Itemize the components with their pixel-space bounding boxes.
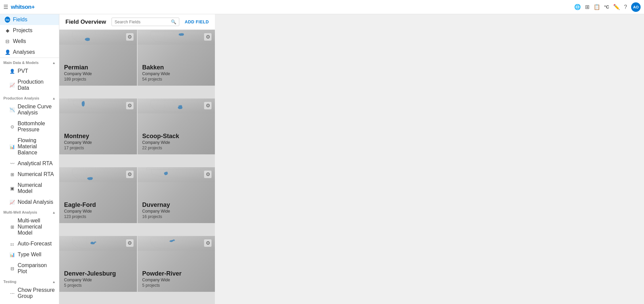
card-gear-permian[interactable]: ⚙ — [126, 33, 134, 41]
main-header: Field Overview 🔍 ADD FIELD — [59, 14, 215, 30]
field-subtitle-powder-river: Company Wide — [142, 278, 182, 282]
field-name-scoop-stack: Scoop-Stack — [142, 133, 179, 140]
sidebar-item-fields-label: Fields — [13, 17, 56, 23]
flowing-material-label: Flowing Material Balance — [18, 137, 56, 156]
topnav: ☰ whitson+ 🌐 ⊞ 📋 °C ✏️ ? AO — [0, 0, 644, 14]
field-projects-scoop-stack: 22 projects — [142, 146, 179, 150]
field-name-bakken: Bakken — [142, 64, 170, 71]
field-name-duvernay: Duvernay — [142, 201, 170, 209]
avatar[interactable]: AO — [631, 2, 641, 12]
grid-icon[interactable]: ⊞ — [585, 4, 589, 10]
sidebar-item-pvt[interactable]: 👤 PVT — [0, 66, 59, 77]
field-card-permian[interactable]: ⚙ Permian Company Wide 189 projects — [59, 30, 137, 86]
numerical-model-icon: ▣ — [9, 186, 15, 191]
map-permian — [59, 30, 137, 45]
sidebar-item-chow-pressure[interactable]: ⋯ Chow Pressure Group — [0, 285, 59, 302]
logo-text: whitson — [11, 4, 32, 10]
sidebar-item-nodal-analysis[interactable]: 📈 Nodal Analysis — [0, 197, 59, 208]
temperature-icon[interactable]: °C — [604, 4, 609, 9]
field-projects-eagle-ford: 123 projects — [64, 214, 96, 219]
sidebar-item-decline-curve[interactable]: 📉 Decline Curve Analysis — [0, 101, 59, 118]
logo-plus: + — [32, 4, 35, 10]
section-well-testing-label: Testing — [3, 280, 16, 284]
fields-icon: Go — [5, 17, 10, 22]
card-gear-denver-julesburg[interactable]: ⚙ — [126, 239, 134, 247]
sidebar-item-fields[interactable]: Go Fields — [0, 14, 59, 25]
edit-icon[interactable]: ✏️ — [613, 4, 620, 10]
field-card-scoop-stack[interactable]: ⚙ Scoop-Stack Company Wide 22 projects — [138, 99, 215, 154]
wells-icon: ⊟ — [5, 39, 10, 44]
document-icon[interactable]: 📋 — [593, 4, 600, 10]
pvt-icon: 👤 — [9, 68, 15, 74]
section-production-analysis[interactable]: Production Analysis ▲ — [0, 93, 59, 101]
card-info-eagle-ford: Eagle-Ford Company Wide 123 projects — [64, 201, 96, 219]
card-gear-montney[interactable]: ⚙ — [126, 102, 134, 109]
card-gear-duvernay[interactable]: ⚙ — [204, 171, 212, 178]
projects-icon: ◆ — [5, 28, 10, 33]
section-main-data[interactable]: Main Data & Models ▲ — [0, 58, 59, 66]
card-gear-eagle-ford[interactable]: ⚙ — [126, 171, 134, 178]
sidebar-item-projects[interactable]: ◆ Projects — [0, 25, 59, 36]
comparison-plot-label: Comparison Plot — [18, 262, 56, 275]
decline-curve-label: Decline Curve Analysis — [18, 104, 56, 116]
card-info-denver-julesburg: Denver-Julesburg Company Wide 5 projects — [64, 270, 116, 288]
field-card-montney[interactable]: ⚙ Montney Company Wide 17 projects — [59, 99, 137, 154]
section-multi-well[interactable]: Multi-Well Analysis ▲ — [0, 208, 59, 215]
field-name-denver-julesburg: Denver-Julesburg — [64, 270, 116, 277]
sidebar-item-flowing-material[interactable]: 📊 Flowing Material Balance — [0, 135, 59, 158]
card-gear-scoop-stack[interactable]: ⚙ — [204, 102, 212, 109]
flowing-material-icon: 📊 — [9, 144, 15, 149]
sidebar-item-auto-forecast[interactable]: ⚏ Auto-Forecast — [0, 238, 59, 249]
map-bakken — [138, 30, 215, 45]
sidebar-item-analytical-rta[interactable]: 〰 Analytical RTA — [0, 158, 59, 169]
sidebar-item-wells[interactable]: ⊟ Wells — [0, 36, 59, 47]
numerical-rta-label: Numerical RTA — [18, 171, 56, 177]
search-input[interactable] — [115, 20, 169, 24]
field-card-eagle-ford[interactable]: ⚙ Eagle-Ford Company Wide 123 projects — [59, 167, 137, 223]
field-card-bakken[interactable]: ⚙ Bakken Company Wide 54 projects — [138, 30, 215, 86]
auto-forecast-icon: ⚏ — [9, 241, 15, 246]
sidebar-item-multi-well-numerical[interactable]: ⊞ Multi-well Numerical Model — [0, 215, 59, 238]
sidebar-item-dfit[interactable]: ⊥ DFIT — [0, 302, 59, 304]
app-layout: ☰ whitson+ 🌐 ⊞ 📋 °C ✏️ ? AO Go Fields — [0, 0, 215, 304]
map-montney — [59, 99, 137, 113]
globe-icon[interactable]: 🌐 — [574, 4, 581, 10]
map-eagle-ford — [59, 167, 137, 182]
chow-pressure-icon: ⋯ — [9, 290, 15, 296]
field-projects-bakken: 54 projects — [142, 77, 170, 82]
sidebar-item-numerical-rta[interactable]: ⊞ Numerical RTA — [0, 169, 59, 180]
bottomhole-icon: ⊙ — [9, 124, 15, 129]
field-subtitle-bakken: Company Wide — [142, 71, 170, 76]
add-field-button[interactable]: ADD FIELD — [185, 20, 209, 24]
field-subtitle-permian: Company Wide — [64, 71, 92, 76]
svg-rect-39 — [59, 236, 137, 251]
search-box[interactable]: 🔍 — [112, 18, 179, 26]
field-card-powder-river[interactable]: ⚙ Powder-River Company Wide 5 projects — [138, 236, 215, 292]
sidebar-item-numerical-model[interactable]: ▣ Numerical Model — [0, 180, 59, 197]
sidebar-item-bottomhole[interactable]: ⊙ Bottomhole Pressure — [0, 118, 59, 135]
map-denver-julesburg — [59, 236, 137, 251]
help-icon[interactable]: ? — [624, 4, 627, 10]
field-name-eagle-ford: Eagle-Ford — [64, 201, 96, 209]
field-card-duvernay[interactable]: ⚙ Duvernay Company Wide 16 projects — [138, 167, 215, 223]
card-gear-powder-river[interactable]: ⚙ — [204, 239, 212, 247]
card-info-permian: Permian Company Wide 189 projects — [64, 64, 92, 82]
card-info-scoop-stack: Scoop-Stack Company Wide 22 projects — [142, 133, 179, 150]
card-gear-bakken[interactable]: ⚙ — [204, 33, 212, 41]
analytical-rta-label: Analytical RTA — [18, 160, 56, 167]
sidebar-item-projects-label: Projects — [13, 27, 56, 34]
svg-rect-19 — [138, 99, 215, 113]
sidebar-item-analyses[interactable]: 👤 Analyses — [0, 47, 59, 58]
sidebar-item-type-well[interactable]: 📊 Type Well — [0, 249, 59, 260]
field-card-denver-julesburg[interactable]: ⚙ Denver-Julesburg Company Wide 5 projec… — [59, 236, 137, 292]
card-info-bakken: Bakken Company Wide 54 projects — [142, 64, 170, 82]
sidebar-top-items: Go Fields ◆ Projects ⊟ Wells 👤 Analyses — [0, 14, 59, 58]
sidebar-item-comparison-plot[interactable]: ⊟ Comparison Plot — [0, 260, 59, 277]
pvt-label: PVT — [18, 68, 56, 74]
analytical-rta-icon: 〰 — [9, 161, 15, 166]
menu-icon[interactable]: ☰ — [3, 4, 8, 10]
sidebar-item-production-data[interactable]: 📈 Production Data — [0, 77, 59, 93]
section-well-testing[interactable]: Testing ▲ — [0, 277, 59, 285]
nodal-analysis-icon: 📈 — [9, 199, 15, 205]
numerical-rta-icon: ⊞ — [9, 172, 15, 177]
